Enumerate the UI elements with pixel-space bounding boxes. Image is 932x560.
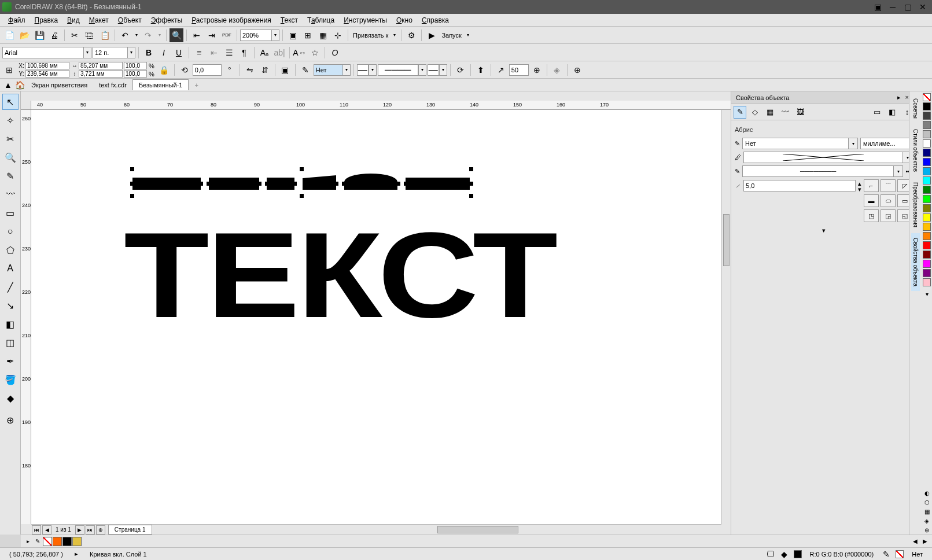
cap-square-icon[interactable]: ▬: [864, 194, 879, 207]
scroll-thumb-h[interactable]: [437, 526, 518, 533]
menu-effects[interactable]: Эффекты: [146, 15, 187, 25]
vtab-styles[interactable]: Стили объектов: [911, 124, 920, 176]
import-icon[interactable]: ⇤: [190, 28, 204, 42]
undo-dd[interactable]: ▾: [133, 28, 140, 42]
outline-units-input[interactable]: [860, 138, 916, 149]
text-tool-icon[interactable]: A: [2, 260, 19, 277]
corner-round-icon[interactable]: ⌒: [881, 179, 896, 192]
page-tab-1[interactable]: Страница 1: [108, 525, 152, 535]
zoom-input[interactable]: [240, 30, 271, 41]
status-outline-swatch[interactable]: [896, 550, 904, 558]
launch-label[interactable]: Запуск: [440, 32, 463, 39]
smart-fill-icon[interactable]: ◆: [2, 390, 19, 406]
artistic-media-icon[interactable]: 〰: [2, 186, 19, 202]
home-icon[interactable]: 🏠: [14, 80, 25, 90]
char-format-icon[interactable]: Aₐ: [257, 46, 271, 60]
menu-object[interactable]: Объект: [113, 15, 146, 25]
ruler-horizontal[interactable]: миллиметры 40506070809010011012013014015…: [31, 101, 731, 110]
dash-preview[interactable]: ────────: [742, 165, 894, 177]
show-grid-icon[interactable]: ▦: [316, 28, 330, 42]
publish-pdf-icon[interactable]: PDF: [220, 28, 234, 42]
start-arrow-combo[interactable]: —▾: [357, 64, 377, 76]
expand-more-icon[interactable]: ▾: [735, 227, 912, 234]
shape-4[interactable]: [303, 175, 336, 190]
tab-add[interactable]: +: [189, 80, 204, 90]
scalex-input[interactable]: [124, 62, 147, 69]
status-outline-icon[interactable]: ✎: [879, 547, 893, 561]
shape-3[interactable]: [267, 178, 294, 190]
snap-dd[interactable]: ▾: [391, 28, 398, 42]
close-button[interactable]: ✕: [916, 2, 930, 12]
status-fill-swatch[interactable]: [794, 550, 802, 558]
drop-shadow-icon[interactable]: ◧: [2, 316, 19, 332]
status-proof-icon[interactable]: 🖵: [764, 547, 778, 561]
palette-pattern-icon[interactable]: ▦: [922, 507, 931, 516]
miter-input[interactable]: [743, 180, 856, 191]
copies-input[interactable]: [509, 64, 529, 76]
canvas-text[interactable]: ТЕКСТ: [124, 205, 555, 345]
bullets-icon[interactable]: ☰: [222, 46, 236, 60]
line-style-combo[interactable]: ────▾: [378, 64, 426, 76]
window-helper-icon[interactable]: ▣: [871, 2, 885, 12]
page-next-icon[interactable]: ▶: [75, 525, 84, 535]
scrollbar-vertical[interactable]: [721, 110, 731, 524]
close-curve-icon[interactable]: ⟳: [454, 63, 467, 77]
cut-icon[interactable]: ✂: [68, 28, 82, 42]
copy-icon[interactable]: ⿻: [83, 28, 97, 42]
swatch[interactable]: [923, 149, 931, 157]
doc-palette-eyedrop-icon[interactable]: ✎: [33, 537, 42, 546]
rectangle-tool-icon[interactable]: ▭: [2, 205, 19, 221]
swatch-black[interactable]: [923, 102, 931, 110]
text-options-icon[interactable]: O: [328, 46, 342, 60]
swatch[interactable]: [923, 250, 931, 259]
x-input[interactable]: [25, 62, 69, 69]
edit-text-icon[interactable]: ab|: [272, 46, 286, 60]
page-add-icon[interactable]: ⊕: [96, 525, 105, 535]
doc-palette-menu-icon[interactable]: ▸: [23, 537, 32, 546]
font-dd[interactable]: ▾: [83, 47, 91, 58]
end-arrow-combo[interactable]: —▾: [428, 64, 447, 76]
pick-tool-small-icon[interactable]: ▲: [2, 80, 14, 90]
swatch[interactable]: [923, 112, 931, 120]
swatch[interactable]: [923, 158, 931, 166]
export-icon[interactable]: ⇥: [205, 28, 219, 42]
doc-swatch-none[interactable]: [43, 537, 52, 546]
parallel-dim-icon[interactable]: ╱: [2, 279, 19, 295]
view-mode2-icon[interactable]: ◧: [886, 106, 898, 119]
swatch[interactable]: [923, 204, 931, 212]
minimize-button[interactable]: ─: [886, 2, 900, 12]
interactive-text-icon[interactable]: ☆: [308, 46, 322, 60]
swatch[interactable]: [923, 223, 931, 231]
outline-tab-icon[interactable]: ✎: [734, 106, 746, 119]
fill-tool-icon[interactable]: 🪣: [2, 371, 19, 388]
menu-help[interactable]: Справка: [417, 15, 454, 25]
pick-tool-icon[interactable]: ↖: [2, 94, 19, 110]
paste-icon[interactable]: 📋: [98, 28, 112, 42]
dropcap-icon[interactable]: ¶: [237, 46, 251, 60]
menu-window[interactable]: Окно: [392, 15, 417, 25]
swatch[interactable]: [923, 121, 931, 129]
zoom-dd[interactable]: ▾: [271, 30, 279, 41]
shape-2[interactable]: [209, 178, 259, 190]
mirror-v-icon[interactable]: ⇵: [258, 63, 272, 77]
tab-file1[interactable]: text fx.cdr: [93, 80, 132, 90]
swatch[interactable]: [923, 269, 931, 277]
page-prev-icon[interactable]: ◀: [42, 525, 51, 535]
corner-miter-icon[interactable]: ⌐: [864, 179, 879, 192]
pos-center-icon[interactable]: ◲: [881, 209, 896, 222]
swatch[interactable]: [923, 213, 931, 222]
envelope-tab-icon[interactable]: 〰: [779, 106, 791, 119]
doc-palette-right-icon[interactable]: ▶: [920, 537, 930, 546]
fontsize-input[interactable]: [93, 47, 127, 58]
swatch[interactable]: [923, 260, 931, 268]
doc-palette-left-icon[interactable]: ◀: [911, 537, 920, 546]
print-icon[interactable]: 🖨: [47, 28, 61, 42]
menu-edit[interactable]: Правка: [30, 15, 63, 25]
doc-swatch[interactable]: [62, 537, 72, 546]
indent-dec-icon[interactable]: ⇤: [207, 46, 221, 60]
quick-custom-tool-icon[interactable]: ⊕: [2, 412, 19, 428]
bitmap-tab-icon[interactable]: 🖼: [794, 106, 806, 119]
swatch-none[interactable]: [923, 93, 931, 101]
scroll-thumb-v[interactable]: [723, 214, 730, 266]
tab-file2[interactable]: Безымянный-1: [132, 79, 189, 90]
